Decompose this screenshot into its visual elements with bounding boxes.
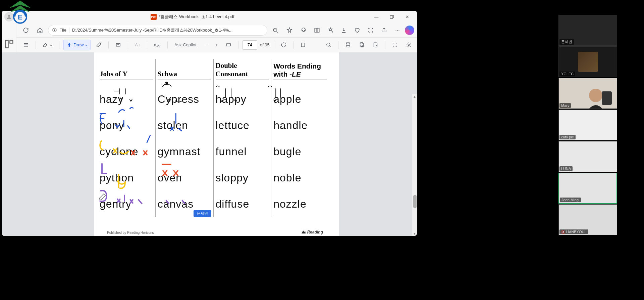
svg-rect-7 — [390, 16, 393, 18]
participant-name: 🔇 HANBYOUL — [559, 229, 588, 234]
svg-rect-22 — [361, 43, 363, 44]
zoom-participant-tile[interactable]: Jeon Mingi — [558, 173, 617, 204]
info-icon: ⓘ — [52, 27, 57, 33]
word-cell: nozzle — [273, 191, 327, 217]
column-header: Words Ending with -LE — [273, 59, 327, 80]
fit-width-button[interactable] — [223, 40, 234, 50]
split-screen-icon[interactable] — [311, 25, 323, 36]
svg-rect-14 — [69, 45, 70, 47]
word-cell: cyclone — [100, 138, 153, 165]
word-cell: happy — [216, 86, 269, 112]
zoom-participant-tile[interactable]: cuty pie — [558, 110, 617, 140]
participant-name: YGLEC — [559, 72, 575, 76]
print-button[interactable] — [342, 40, 354, 50]
svg-rect-5 — [10, 40, 13, 43]
word-cell: apple — [273, 86, 327, 112]
mute-icon: 🔇 — [561, 230, 565, 234]
minimize-button[interactable]: — — [369, 12, 383, 22]
svg-rect-17 — [301, 43, 305, 47]
column-header: Schwa — [158, 59, 211, 80]
health-icon[interactable] — [351, 25, 363, 36]
word-cell: oven — [158, 165, 211, 191]
participant-name: LUNA — [559, 166, 573, 171]
word-cell: handle — [273, 112, 327, 138]
scroll-up-arrow[interactable]: ▲ — [413, 95, 416, 98]
column-header: Double Consonant — [216, 59, 269, 80]
draw-tool-button[interactable]: Draw ⌄ — [63, 40, 91, 50]
svg-point-11 — [395, 30, 396, 30]
highlight-tool[interactable]: ⌄ — [40, 40, 55, 50]
participant-name: Jeon Mingi — [560, 198, 581, 202]
page-view-button[interactable] — [298, 40, 309, 50]
page-number-input[interactable] — [243, 40, 257, 50]
word-cell: gentry — [100, 191, 153, 217]
workbook-column: Double Consonant happy lettuce funnel sl… — [213, 59, 271, 217]
text-style-tool[interactable]: A) — [132, 40, 143, 50]
svg-rect-30 — [602, 91, 612, 105]
home-button[interactable] — [34, 25, 46, 36]
workbook-column: Jobs of Y hazy pony cyclone python gentr… — [98, 59, 155, 217]
zoom-participant-tile[interactable]: Mary — [558, 78, 617, 109]
rotate-button[interactable] — [278, 40, 289, 50]
share-icon[interactable] — [378, 25, 390, 36]
svg-text:E: E — [18, 13, 22, 21]
translate-tool[interactable]: aあ — [151, 40, 163, 50]
column-header: Jobs of Y — [100, 59, 153, 80]
save-button[interactable] — [356, 40, 367, 50]
tab-manager-icon[interactable] — [4, 39, 14, 49]
window-title-bar: PDF *홈클래스 Workbook_초1-4 Level 4.pdf — ✕ — [2, 11, 417, 23]
zoom-participant-tile[interactable]: 🔇 HANBYOUL — [558, 204, 617, 235]
svg-rect-15 — [116, 43, 120, 46]
svg-rect-10 — [317, 28, 319, 32]
word-cell: lettuce — [216, 112, 269, 138]
word-cell: Cypress — [158, 86, 211, 112]
word-cell: hazy — [100, 86, 153, 112]
word-cell: diffuse — [216, 191, 269, 217]
workbook-column: Schwa Cypress stolen gymnast oven canvas — [155, 59, 213, 217]
zoom-icon[interactable] — [269, 25, 281, 36]
scroll-thumb[interactable] — [413, 195, 417, 208]
zoom-participant-tile[interactable]: LUNA — [558, 141, 617, 172]
participant-name: 문세빈 — [559, 39, 574, 45]
extensions-icon[interactable] — [298, 25, 310, 36]
window-title: PDF *홈클래스 Workbook_초1-4 Level 4.pdf — [16, 14, 369, 20]
find-button[interactable] — [323, 40, 334, 50]
host-logo: E — [7, 0, 34, 27]
scroll-down-arrow[interactable]: ▼ — [413, 232, 416, 235]
vertical-scrollbar[interactable]: ▲ ▼ — [412, 94, 417, 236]
erase-tool[interactable] — [93, 40, 104, 50]
more-menu-icon[interactable] — [391, 25, 404, 36]
svg-point-18 — [327, 43, 330, 46]
fullscreen-button[interactable] — [389, 40, 400, 50]
zoom-participant-tile[interactable]: 문세빈 — [558, 15, 617, 46]
page-total-label: of 95 — [260, 42, 270, 47]
zoom-participant-strip: 문세빈 YGLEC Mary cuty pie LUNA Jeon Mingi … — [558, 15, 617, 235]
address-field[interactable]: ⓘ File D:/2024/Summer%20Semester-July~Se… — [48, 25, 267, 36]
copilot-button[interactable] — [405, 26, 414, 35]
annotation-author-tag: 문세빈 — [194, 210, 211, 217]
ask-copilot-button[interactable]: Ask Copilot — [172, 40, 199, 50]
close-button[interactable]: ✕ — [400, 12, 414, 22]
participant-name: Mary — [559, 103, 571, 108]
zoom-in-button[interactable]: + — [212, 40, 220, 50]
pdf-content-viewport[interactable]: Jobs of Y hazy pony cyclone python gentr… — [2, 52, 417, 236]
textbox-tool[interactable] — [113, 40, 124, 50]
svg-point-12 — [397, 30, 398, 30]
downloads-icon[interactable] — [338, 25, 350, 36]
svg-rect-23 — [361, 45, 363, 46]
svg-rect-4 — [5, 40, 8, 48]
maximize-button[interactable] — [385, 12, 399, 22]
zoom-out-button[interactable]: − — [202, 40, 210, 50]
contents-icon[interactable] — [20, 40, 32, 50]
settings-button[interactable] — [403, 40, 414, 50]
favorites-bar-icon[interactable] — [324, 25, 336, 36]
save-as-button[interactable] — [370, 40, 381, 50]
favorite-icon[interactable] — [283, 25, 296, 36]
workbook-column: Words Ending with -LE apple handle bugle… — [271, 59, 329, 217]
pdf-toolbar: ⌄ Draw ⌄ A) aあ Ask Copilot − + of 95 — [2, 38, 417, 52]
zoom-participant-tile[interactable]: YGLEC — [558, 46, 617, 77]
svg-point-29 — [589, 89, 602, 102]
brand-footer: Reading — [301, 230, 323, 234]
pdf-page: Jobs of Y hazy pony cyclone python gentr… — [94, 52, 339, 236]
screenshot-icon[interactable] — [365, 25, 377, 36]
